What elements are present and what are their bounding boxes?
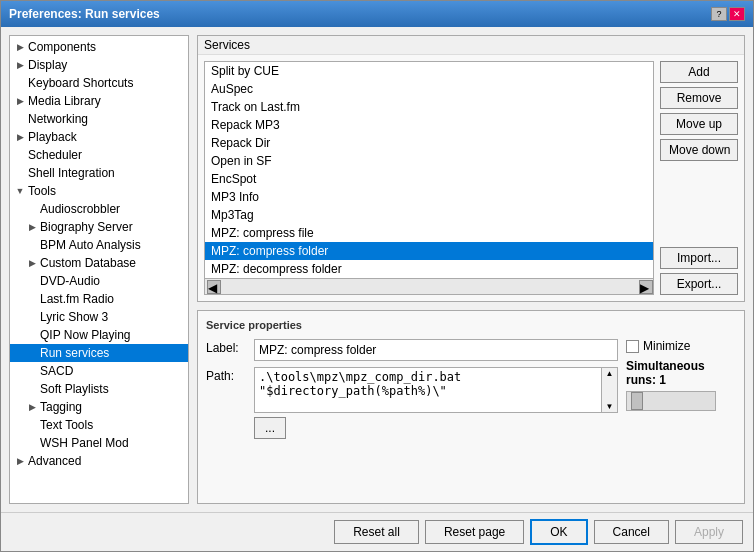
services-list[interactable]: Split by CUEAuSpecTrack on Last.fmRepack… <box>204 61 654 279</box>
window-body: ▶Components▶Display Keyboard Shortcuts▶M… <box>1 27 753 512</box>
services-list-item[interactable]: MPZ: compress folder <box>205 242 653 260</box>
sidebar-item-label: Keyboard Shortcuts <box>28 76 133 90</box>
sim-runs-label: Simultaneousruns: 1 <box>626 359 736 387</box>
sidebar-item-tools[interactable]: ▼Tools <box>10 182 188 200</box>
title-bar-controls: ? ✕ <box>711 7 745 21</box>
service-properties-section: Service properties Label: Path: <box>197 310 745 504</box>
services-list-item[interactable]: Open in SF <box>205 152 653 170</box>
remove-button[interactable]: Remove <box>660 87 738 109</box>
path-row: Path: ▲ ▼ ... <box>206 367 618 439</box>
props-fields: Label: Path: ▲ ▼ <box>206 339 618 445</box>
sidebar-item-label: Audioscrobbler <box>40 202 120 216</box>
sidebar-item-label: BPM Auto Analysis <box>40 238 141 252</box>
sim-runs-slider[interactable] <box>626 391 716 411</box>
services-hscroll[interactable]: ◀ ▶ <box>204 279 654 295</box>
sidebar-item-lyric-show-3[interactable]: Lyric Show 3 <box>10 308 188 326</box>
spacer <box>660 165 738 243</box>
services-list-container: Split by CUEAuSpecTrack on Last.fmRepack… <box>204 61 654 295</box>
sidebar-tree[interactable]: ▶Components▶Display Keyboard Shortcuts▶M… <box>9 35 189 504</box>
props-right-controls: Minimize Simultaneousruns: 1 <box>626 339 736 445</box>
sidebar-item-components[interactable]: ▶Components <box>10 38 188 56</box>
close-button[interactable]: ✕ <box>729 7 745 21</box>
bottom-bar: Reset all Reset page OK Cancel Apply <box>1 512 753 551</box>
sidebar-item-soft-playlists[interactable]: Soft Playlists <box>10 380 188 398</box>
title-bar: Preferences: Run services ? ✕ <box>1 1 753 27</box>
services-area: Split by CUEAuSpecTrack on Last.fmRepack… <box>198 55 744 301</box>
sidebar-item-keyboard-shortcuts[interactable]: Keyboard Shortcuts <box>10 74 188 92</box>
sidebar-item-sacd[interactable]: SACD <box>10 362 188 380</box>
sidebar-item-label: Tools <box>28 184 56 198</box>
sidebar-item-label: Last.fm Radio <box>40 292 114 306</box>
expander-icon: ▶ <box>14 456 26 466</box>
cancel-button[interactable]: Cancel <box>594 520 669 544</box>
sidebar-item-playback[interactable]: ▶Playback <box>10 128 188 146</box>
expander-icon: ▶ <box>14 42 26 52</box>
sidebar-item-label: Display <box>28 58 67 72</box>
label-input[interactable] <box>254 339 618 361</box>
sidebar-item-bpm-auto-analysis[interactable]: BPM Auto Analysis <box>10 236 188 254</box>
sidebar-item-label: Scheduler <box>28 148 82 162</box>
sidebar-item-media-library[interactable]: ▶Media Library <box>10 92 188 110</box>
sidebar-item-display[interactable]: ▶Display <box>10 56 188 74</box>
reset-all-button[interactable]: Reset all <box>334 520 419 544</box>
window-title: Preferences: Run services <box>9 7 160 21</box>
sidebar-item-networking[interactable]: Networking <box>10 110 188 128</box>
services-heading: Services <box>198 36 744 55</box>
hscroll-right-arrow[interactable]: ▶ <box>639 280 653 294</box>
services-list-item[interactable]: EncSpot <box>205 170 653 188</box>
ok-button[interactable]: OK <box>530 519 587 545</box>
sidebar-item-label: Biography Server <box>40 220 133 234</box>
path-field-label: Path: <box>206 367 248 383</box>
preferences-window: Preferences: Run services ? ✕ ▶Component… <box>0 0 754 552</box>
services-list-item[interactable]: MPZ: compress file <box>205 224 653 242</box>
props-heading: Service properties <box>206 319 736 331</box>
browse-button[interactable]: ... <box>254 417 286 439</box>
expander-icon: ▶ <box>26 258 38 268</box>
services-list-item[interactable]: Repack Dir <box>205 134 653 152</box>
services-list-item[interactable]: Mp3Tag <box>205 206 653 224</box>
export-button[interactable]: Export... <box>660 273 738 295</box>
minimize-checkbox[interactable] <box>626 340 639 353</box>
sidebar-item-label: Soft Playlists <box>40 382 109 396</box>
sidebar-item-run-services[interactable]: Run services <box>10 344 188 362</box>
reset-page-button[interactable]: Reset page <box>425 520 524 544</box>
move-down-button[interactable]: Move down <box>660 139 738 161</box>
sidebar-item-advanced[interactable]: ▶Advanced <box>10 452 188 470</box>
sidebar-item-label: Tagging <box>40 400 82 414</box>
sidebar-item-biography-server[interactable]: ▶Biography Server <box>10 218 188 236</box>
sidebar-item-wsh-panel-mod[interactable]: WSH Panel Mod <box>10 434 188 452</box>
import-export-group: Import... Export... <box>660 247 738 295</box>
services-list-item[interactable]: AuSpec <box>205 80 653 98</box>
sidebar-item-tagging[interactable]: ▶Tagging <box>10 398 188 416</box>
sidebar-item-lastfm-radio[interactable]: Last.fm Radio <box>10 290 188 308</box>
import-button[interactable]: Import... <box>660 247 738 269</box>
sidebar-item-custom-database[interactable]: ▶Custom Database <box>10 254 188 272</box>
hscroll-left-arrow[interactable]: ◀ <box>207 280 221 294</box>
help-button[interactable]: ? <box>711 7 727 21</box>
sidebar-item-label: Media Library <box>28 94 101 108</box>
slider-thumb <box>631 392 643 410</box>
sidebar-item-label: Custom Database <box>40 256 136 270</box>
sidebar-item-label: Playback <box>28 130 77 144</box>
sidebar-item-shell-integration[interactable]: Shell Integration <box>10 164 188 182</box>
services-list-item[interactable]: Repack MP3 <box>205 116 653 134</box>
apply-button[interactable]: Apply <box>675 520 743 544</box>
sidebar-item-label: Run services <box>40 346 109 360</box>
services-list-item[interactable]: Track on Last.fm <box>205 98 653 116</box>
sidebar-item-label: SACD <box>40 364 73 378</box>
sidebar-item-qip-now-playing[interactable]: QIP Now Playing <box>10 326 188 344</box>
move-up-button[interactable]: Move up <box>660 113 738 135</box>
services-list-item[interactable]: Split by CUE <box>205 62 653 80</box>
sidebar-item-dvd-audio[interactable]: DVD-Audio <box>10 272 188 290</box>
add-button[interactable]: Add <box>660 61 738 83</box>
sidebar-item-audioscrobbler[interactable]: Audioscrobbler <box>10 200 188 218</box>
sidebar-item-label: Advanced <box>28 454 81 468</box>
services-list-item[interactable]: MPZ: decompress folder <box>205 260 653 278</box>
sidebar-item-scheduler[interactable]: Scheduler <box>10 146 188 164</box>
path-vscroll[interactable]: ▲ ▼ <box>601 368 617 412</box>
sidebar-item-text-tools[interactable]: Text Tools <box>10 416 188 434</box>
minimize-label: Minimize <box>643 339 690 353</box>
sidebar-item-label: WSH Panel Mod <box>40 436 129 450</box>
services-list-item[interactable]: MP3 Info <box>205 188 653 206</box>
path-input[interactable] <box>255 368 601 412</box>
